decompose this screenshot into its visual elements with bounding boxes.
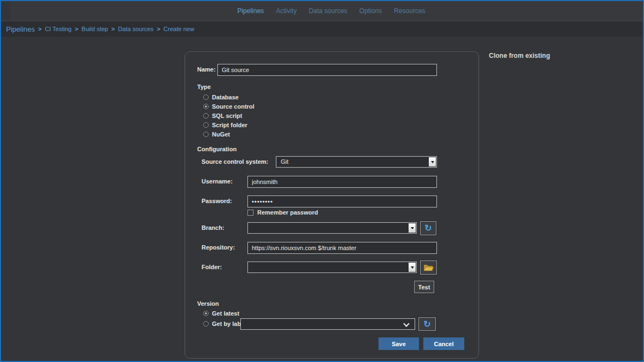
dropdown-button[interactable] xyxy=(409,263,416,272)
type-radio-nuget[interactable]: NuGet xyxy=(203,131,230,138)
selected-value: Git xyxy=(281,158,288,165)
data-source-form-panel: Name: Type Database Source control SQL s… xyxy=(185,51,479,359)
name-label: Name: xyxy=(197,66,216,73)
chevron-down-icon xyxy=(411,266,414,269)
radio-icon-selected[interactable] xyxy=(203,311,209,316)
breadcrumb: Pipelines > CI Testing > Build step > Da… xyxy=(1,21,643,37)
radio-icon[interactable] xyxy=(203,94,209,100)
nav-activity[interactable]: Activity xyxy=(276,7,297,15)
nav-pipelines[interactable]: Pipelines xyxy=(237,7,264,15)
branch-select[interactable] xyxy=(247,222,417,234)
configuration-section-title: Configuration xyxy=(197,146,237,152)
breadcrumb-ci-testing[interactable]: CI Testing xyxy=(45,26,72,32)
refresh-icon: ↻ xyxy=(424,224,432,233)
source-control-system-label: Source control system: xyxy=(202,158,268,165)
radio-label: Script folder xyxy=(212,122,247,128)
dropdown-button[interactable] xyxy=(429,157,436,167)
radio-label: Get latest xyxy=(212,310,239,317)
checkbox-icon[interactable] xyxy=(247,210,253,216)
label-refresh-button[interactable]: ↻ xyxy=(418,317,436,331)
app-window: Pipelines Activity Data sources Options … xyxy=(0,0,644,362)
folder-browse-button[interactable] xyxy=(420,260,437,275)
folder-select[interactable] xyxy=(247,262,417,273)
breadcrumb-create-new[interactable]: Create new xyxy=(163,26,194,32)
username-input[interactable] xyxy=(247,176,437,188)
version-section-title: Version xyxy=(197,300,219,307)
username-label: Username: xyxy=(202,178,233,185)
branch-refresh-button[interactable]: ↻ xyxy=(420,221,436,235)
radio-icon[interactable] xyxy=(203,113,209,118)
breadcrumb-separator: > xyxy=(38,26,42,32)
breadcrumb-data-sources[interactable]: Data sources xyxy=(118,26,153,32)
breadcrumb-separator: > xyxy=(157,26,160,32)
radio-icon-selected[interactable] xyxy=(203,104,209,109)
radio-icon[interactable] xyxy=(203,132,209,137)
breadcrumb-separator: > xyxy=(75,26,78,32)
refresh-icon: ↻ xyxy=(423,320,430,329)
radio-icon[interactable] xyxy=(203,321,209,327)
branch-label: Branch: xyxy=(202,224,224,231)
password-label: Password: xyxy=(202,198,232,204)
folder-label: Folder: xyxy=(202,264,222,270)
test-button[interactable]: Test xyxy=(414,281,434,293)
radio-label: Source control xyxy=(212,103,255,110)
dropdown-button[interactable] xyxy=(409,223,416,233)
remember-password-checkbox-row[interactable]: Remember password xyxy=(247,209,318,216)
source-control-system-select[interactable]: Git xyxy=(276,156,437,168)
nav-resources[interactable]: Resources xyxy=(394,7,425,15)
type-radio-database[interactable]: Database xyxy=(203,94,239,100)
label-select[interactable] xyxy=(240,318,415,330)
password-input[interactable] xyxy=(247,195,437,207)
top-nav: Pipelines Activity Data sources Options … xyxy=(10,1,644,21)
version-radio-get-latest[interactable]: Get latest xyxy=(203,310,239,317)
repository-label: Repository: xyxy=(202,244,235,251)
radio-label: SQL script xyxy=(212,112,242,119)
chevron-down-icon xyxy=(431,161,434,163)
breadcrumb-pipelines[interactable]: Pipelines xyxy=(6,25,35,33)
type-radio-source-control[interactable]: Source control xyxy=(203,103,255,110)
nav-data-sources[interactable]: Data sources xyxy=(309,7,347,15)
radio-icon[interactable] xyxy=(203,122,209,128)
save-button[interactable]: Save xyxy=(379,337,419,350)
chevron-down-icon[interactable] xyxy=(404,322,409,327)
chevron-down-icon xyxy=(411,227,414,229)
name-input[interactable] xyxy=(217,64,437,76)
radio-label: NuGet xyxy=(212,131,230,138)
type-radio-sql-script[interactable]: SQL script xyxy=(203,112,242,119)
breadcrumb-separator: > xyxy=(111,26,115,32)
remember-password-label: Remember password xyxy=(257,209,318,216)
nav-options[interactable]: Options xyxy=(359,7,382,15)
cancel-button[interactable]: Cancel xyxy=(423,337,464,350)
breadcrumb-build-step[interactable]: Build step xyxy=(81,26,108,32)
clone-from-existing[interactable]: Clone from existing xyxy=(489,52,550,60)
type-section-title: Type xyxy=(197,84,211,90)
open-folder-icon xyxy=(423,264,434,271)
version-radio-get-by-label[interactable]: Get by label xyxy=(203,321,246,327)
type-radio-script-folder[interactable]: Script folder xyxy=(203,122,247,128)
repository-input[interactable] xyxy=(247,242,437,254)
radio-label: Database xyxy=(212,94,239,100)
